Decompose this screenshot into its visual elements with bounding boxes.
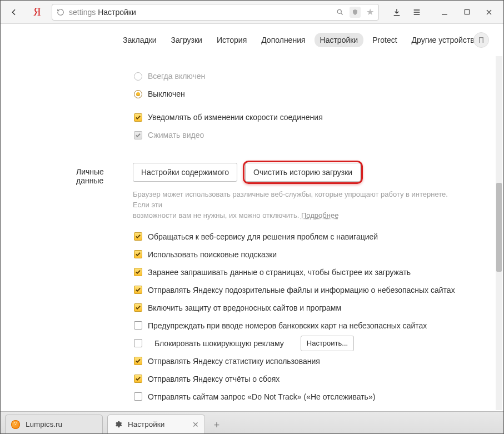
- settings-nav: Закладки Загрузки История Дополнения Нас…: [1, 24, 503, 56]
- address-bar[interactable]: settings Настройки ★: [52, 4, 379, 21]
- checkbox-icon: [134, 131, 142, 139]
- profile-avatar[interactable]: П: [473, 32, 489, 48]
- downloads-button[interactable]: [388, 4, 406, 20]
- tab-strip: Lumpics.ru Настройки ✕ +: [1, 411, 503, 433]
- option-label: Всегда включен: [148, 72, 205, 81]
- nav-tab-settings[interactable]: Настройки: [315, 33, 364, 47]
- reload-icon[interactable]: [57, 8, 64, 16]
- option-label: Отправлять Яндексу отчёты о сбоях: [148, 375, 280, 383]
- nav-tab-other-devices[interactable]: Другие устройства: [406, 33, 485, 47]
- tab-lumpics[interactable]: Lumpics.ru: [5, 415, 103, 433]
- radio-turbo-always-on[interactable]: Всегда включен: [133, 67, 481, 85]
- option-label: Заранее запрашивать данные о страницах, …: [148, 268, 411, 277]
- checkbox-malware-protect[interactable]: Включить защиту от вредоносных сайтов и …: [133, 299, 481, 317]
- new-tab-button[interactable]: +: [208, 417, 225, 433]
- checkbox-icon: [134, 375, 142, 383]
- checkbox-crash-reports[interactable]: Отправлять Яндексу отчёты о сбоях: [133, 370, 481, 388]
- scrollbar-track[interactable]: [496, 56, 502, 410]
- checkbox-do-not-track[interactable]: Отправлять сайтам запрос «Do Not Track» …: [133, 388, 481, 406]
- scrollbar-thumb[interactable]: [496, 183, 502, 272]
- checkbox-search-suggest[interactable]: Использовать поисковые подсказки: [133, 246, 481, 263]
- configure-ads-button[interactable]: Настроить...: [301, 336, 354, 351]
- window-close-button[interactable]: [479, 4, 499, 20]
- checkbox-usage-stats[interactable]: Отправлять Яндексу статистику использова…: [133, 352, 481, 370]
- tab-close-icon[interactable]: ✕: [192, 420, 199, 429]
- content-settings-button[interactable]: Настройки содержимого: [133, 163, 237, 182]
- window-maximize-button[interactable]: [457, 4, 477, 20]
- radio-icon: [134, 72, 142, 81]
- checkbox-icon: [134, 303, 142, 312]
- option-label: Включить защиту от вредоносных сайтов и …: [148, 303, 341, 312]
- tab-label: Lumpics.ru: [26, 420, 62, 428]
- checkbox-icon: [134, 392, 142, 401]
- learn-more-link[interactable]: Подробнее: [301, 211, 338, 220]
- checkbox-icon: [134, 232, 142, 241]
- orange-favicon-icon: [11, 420, 20, 429]
- nav-tab-bookmarks[interactable]: Закладки: [117, 33, 162, 47]
- checkbox-send-suspicious[interactable]: Отправлять Яндексу подозрительные файлы …: [133, 281, 481, 299]
- checkbox-icon: [134, 339, 142, 347]
- tab-label: Настройки: [128, 420, 164, 428]
- section-label-privacy: Личные данные: [1, 163, 133, 406]
- browser-toolbar: Я settings Настройки ★: [1, 1, 503, 24]
- search-icon[interactable]: [336, 8, 344, 16]
- back-button[interactable]: [5, 4, 23, 20]
- option-label: Выключен: [148, 89, 185, 98]
- window-minimize-button[interactable]: [435, 4, 455, 20]
- nav-tab-downloads[interactable]: Загрузки: [166, 33, 208, 47]
- option-label: Сжимать видео: [148, 131, 204, 139]
- yandex-logo-icon[interactable]: Я: [31, 6, 44, 19]
- checkbox-icon: [134, 321, 142, 330]
- radio-turbo-off[interactable]: Выключен: [133, 85, 481, 103]
- svg-rect-1: [465, 9, 469, 14]
- protect-shield-icon[interactable]: [350, 7, 361, 18]
- privacy-help-text: Браузер может использовать различные веб…: [133, 189, 466, 221]
- checkbox-block-shock-ads[interactable]: Блокировать шокирующую рекламу Настроить…: [133, 335, 481, 352]
- bookmark-star-icon[interactable]: ★: [366, 7, 374, 17]
- menu-button[interactable]: [408, 4, 426, 20]
- tab-settings[interactable]: Настройки ✕: [107, 415, 205, 433]
- settings-content: Всегда включен Выключен Уведомлять об из…: [1, 56, 503, 410]
- option-label: Предупреждать при вводе номеров банковск…: [148, 321, 427, 330]
- nav-tab-history[interactable]: История: [211, 33, 252, 47]
- option-label: Отправлять Яндексу подозрительные файлы …: [148, 286, 455, 295]
- option-label: Блокировать шокирующую рекламу: [154, 339, 284, 348]
- radio-icon: [134, 90, 142, 98]
- checkbox-icon: [134, 250, 142, 258]
- option-label: Обращаться к веб-сервису для решения про…: [148, 232, 378, 241]
- checkbox-nav-problems[interactable]: Обращаться к веб-сервису для решения про…: [133, 228, 481, 246]
- checkbox-icon: [134, 268, 142, 276]
- svg-point-0: [337, 9, 341, 13]
- checkbox-prefetch[interactable]: Заранее запрашивать данные о страницах, …: [133, 263, 481, 281]
- nav-tab-extensions[interactable]: Дополнения: [256, 33, 311, 47]
- nav-tab-protect[interactable]: Protect: [367, 33, 402, 47]
- checkbox-icon: [134, 357, 142, 365]
- checkbox-icon: [134, 286, 142, 294]
- checkbox-icon: [134, 113, 142, 122]
- clear-download-history-button[interactable]: Очистить историю загрузки: [245, 163, 361, 182]
- address-text: settings Настройки: [69, 8, 332, 17]
- gear-icon: [113, 420, 122, 429]
- checkbox-notify-speed[interactable]: Уведомлять об изменении скорости соедине…: [133, 108, 481, 126]
- option-label: Использовать поисковые подсказки: [148, 250, 277, 259]
- option-label: Уведомлять об изменении скорости соедине…: [148, 113, 323, 122]
- checkbox-warn-cards[interactable]: Предупреждать при вводе номеров банковск…: [133, 317, 481, 335]
- checkbox-compress-video: Сжимать видео: [133, 126, 481, 144]
- option-label: Отправлять сайтам запрос «Do Not Track» …: [148, 392, 375, 401]
- option-label: Отправлять Яндексу статистику использова…: [148, 357, 320, 366]
